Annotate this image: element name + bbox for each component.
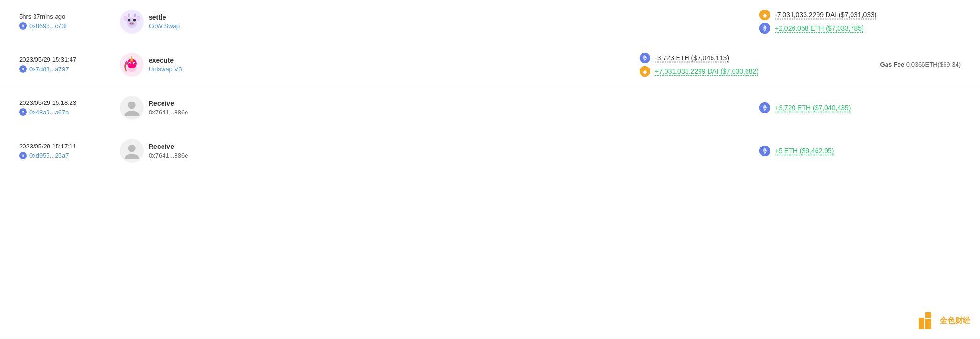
protocol-logo-container	[115, 10, 149, 34]
svg-text:◈: ◈	[762, 12, 767, 18]
table-row: 2023/05/29 15:17:11 0xd955...25a7 Receiv…	[0, 129, 980, 172]
tx-time: 2023/05/29 15:31:47	[19, 56, 115, 63]
tx-hash-value[interactable]: 0x7d83...a797	[29, 66, 69, 73]
table-row: 2023/05/29 15:18:23 0x48a9...a67a Receiv…	[0, 86, 980, 129]
amount-value[interactable]: -3,723 ETH ($7,046,113)	[655, 54, 729, 62]
eth-chain-icon	[19, 152, 27, 159]
svg-point-32	[129, 63, 130, 64]
amount-row: +3,720 ETH ($7,040,435)	[759, 102, 961, 113]
tx-hash-value[interactable]: 0x869b...c73f	[29, 23, 67, 30]
amounts-column: +5 ETH ($9,462.95)	[759, 146, 961, 156]
method-protocol: 0x7641...886e	[149, 109, 245, 116]
method-protocol: 0x7641...886e	[149, 152, 245, 159]
table-row: 5hrs 37mins ago 0x869b...c73f	[0, 0, 980, 43]
amount-row: +2,026.058 ETH ($7,033,785)	[759, 23, 961, 34]
method-name: execute	[149, 56, 245, 64]
amount-row: +5 ETH ($9,462.95)	[759, 146, 961, 156]
protocol-logo-container	[115, 139, 149, 163]
eth-icon	[759, 23, 770, 34]
tx-time: 5hrs 37mins ago	[19, 13, 115, 20]
method-name: Receive	[149, 143, 245, 150]
method-protocol[interactable]: Uniswap V3	[149, 66, 245, 73]
svg-point-46	[128, 101, 135, 108]
svg-rect-14	[134, 13, 136, 17]
tx-hash[interactable]: 0x48a9...a67a	[19, 108, 115, 116]
dai-icon: ◈	[640, 66, 650, 77]
svg-point-8	[129, 22, 135, 25]
amount-value[interactable]: -7,031,033.2299 DAI ($7,031,033)	[775, 11, 877, 19]
transaction-list: 5hrs 37mins ago 0x869b...c73f	[0, 0, 980, 172]
method-name: Receive	[149, 100, 245, 107]
amounts-column: +3,720 ETH ($7,040,435)	[759, 102, 961, 113]
eth-icon	[640, 53, 650, 63]
amount-row: ◈ -7,031,033.2299 DAI ($7,031,033)	[759, 10, 961, 20]
amount-value[interactable]: +3,720 ETH ($7,040,435)	[775, 104, 851, 112]
amount-value[interactable]: +7,031,033.2299 DAI ($7,030,682)	[655, 68, 758, 75]
amounts-column: -3,723 ETH ($7,046,113) ◈ +7,031,033.229…	[640, 53, 841, 77]
tx-hash[interactable]: 0x869b...c73f	[19, 22, 115, 30]
table-row: 2023/05/29 15:31:47 0x7d83...a797	[0, 43, 980, 86]
svg-rect-13	[128, 13, 129, 17]
eth-chain-icon	[19, 108, 27, 116]
tx-time: 2023/05/29 15:17:11	[19, 143, 115, 150]
eth-icon	[759, 102, 770, 113]
svg-point-7	[133, 18, 136, 21]
svg-point-6	[128, 18, 131, 21]
method-name: settle	[149, 13, 245, 21]
tx-hash[interactable]: 0xd955...25a7	[19, 152, 115, 159]
tx-hash-value[interactable]: 0xd955...25a7	[29, 152, 69, 159]
amounts-column: ◈ -7,031,033.2299 DAI ($7,031,033) +2,02…	[759, 10, 961, 34]
svg-point-10	[132, 23, 134, 24]
protocol-logo-container	[115, 96, 149, 120]
eth-icon	[759, 146, 770, 156]
tx-hash[interactable]: 0x7d83...a797	[19, 65, 115, 73]
amount-value[interactable]: +2,026.058 ETH ($7,033,785)	[775, 24, 864, 32]
protocol-logo-container	[115, 53, 149, 77]
svg-point-57	[128, 145, 135, 152]
gas-fee-value: Gas Fee 0.0366ETH($69.34)	[880, 61, 961, 68]
amount-value[interactable]: +5 ETH ($9,462.95)	[775, 147, 834, 155]
dai-icon: ◈	[759, 10, 770, 20]
method-protocol[interactable]: CoW Swap	[149, 23, 245, 30]
svg-point-33	[134, 63, 135, 64]
tx-hash-value[interactable]: 0x48a9...a67a	[29, 109, 69, 116]
amount-row: ◈ +7,031,033.2299 DAI ($7,030,682)	[640, 66, 841, 77]
eth-chain-icon	[19, 65, 27, 73]
eth-chain-icon	[19, 22, 27, 30]
tx-time: 2023/05/29 15:18:23	[19, 99, 115, 106]
svg-point-9	[130, 23, 131, 24]
amount-row: -3,723 ETH ($7,046,113)	[640, 53, 841, 63]
svg-text:◈: ◈	[642, 68, 647, 74]
gas-fee-column: Gas Fee 0.0366ETH($69.34)	[841, 61, 961, 68]
